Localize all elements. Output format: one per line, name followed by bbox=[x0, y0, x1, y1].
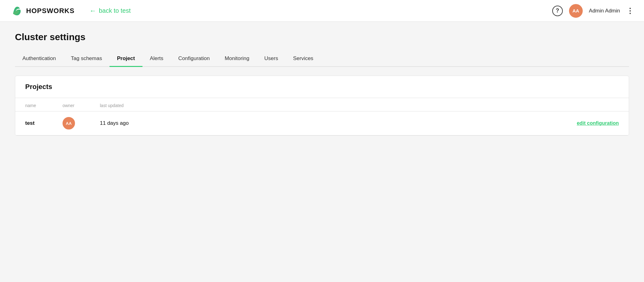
row-action: edit configuration bbox=[327, 111, 629, 135]
header-right: ? AA Admin Admin ⋮ bbox=[552, 4, 634, 18]
back-to-test-link[interactable]: ← back to test bbox=[90, 7, 131, 15]
tab-services[interactable]: Services bbox=[286, 51, 321, 67]
card-header: Projects bbox=[15, 76, 629, 98]
header: HOPSWORKS ← back to test ? AA Admin Admi… bbox=[0, 0, 644, 22]
projects-table: nameownerlast updatedtestAA11 days agoed… bbox=[15, 98, 629, 135]
tabs-nav: AuthenticationTag schemasProjectAlertsCo… bbox=[15, 51, 629, 67]
back-link-label: back to test bbox=[99, 7, 131, 14]
help-icon[interactable]: ? bbox=[552, 6, 563, 16]
more-menu-icon[interactable]: ⋮ bbox=[626, 7, 634, 15]
col-header-owner: owner bbox=[53, 98, 90, 111]
edit-configuration-link[interactable]: edit configuration bbox=[577, 120, 619, 126]
projects-card: Projects nameownerlast updatedtestAA11 d… bbox=[15, 76, 629, 136]
tab-project[interactable]: Project bbox=[110, 51, 142, 67]
admin-name: Admin Admin bbox=[589, 8, 620, 14]
col-header-action bbox=[327, 98, 629, 111]
tab-users[interactable]: Users bbox=[257, 51, 286, 67]
tab-tag-schemas[interactable]: Tag schemas bbox=[63, 51, 110, 67]
tab-authentication[interactable]: Authentication bbox=[15, 51, 63, 67]
page-title: Cluster settings bbox=[15, 32, 629, 42]
row-last-updated: 11 days ago bbox=[90, 111, 327, 135]
tab-configuration[interactable]: Configuration bbox=[171, 51, 217, 67]
tab-alerts[interactable]: Alerts bbox=[142, 51, 171, 67]
owner-avatar: AA bbox=[63, 117, 75, 129]
page-content: Cluster settings AuthenticationTag schem… bbox=[0, 22, 644, 282]
table-row: testAA11 days agoedit configuration bbox=[15, 111, 629, 135]
row-name: test bbox=[15, 111, 53, 135]
card-title: Projects bbox=[25, 83, 619, 91]
back-arrow-icon: ← bbox=[90, 7, 96, 15]
col-header-name: name bbox=[15, 98, 53, 111]
col-header-last-updated: last updated bbox=[90, 98, 327, 111]
row-owner: AA bbox=[53, 111, 90, 135]
avatar: AA bbox=[569, 4, 583, 18]
logo[interactable]: HOPSWORKS bbox=[10, 4, 75, 17]
logo-icon bbox=[10, 4, 23, 17]
logo-text: HOPSWORKS bbox=[26, 7, 75, 15]
tab-monitoring[interactable]: Monitoring bbox=[217, 51, 257, 67]
